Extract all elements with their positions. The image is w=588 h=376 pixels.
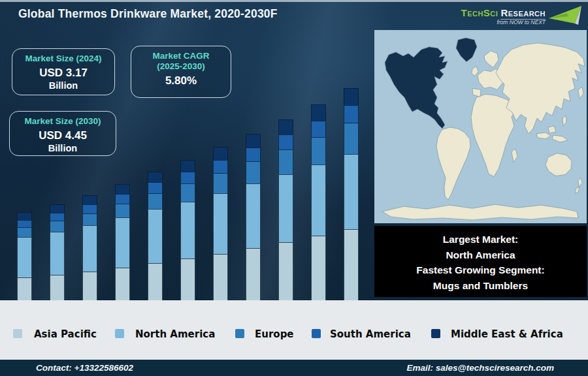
bar-2020 (17, 212, 32, 300)
bar-segment-middle-east-africa (148, 172, 163, 182)
bar-segment-south-america (148, 182, 163, 193)
bar-segment-south-america (180, 172, 195, 183)
bar-segment-middle-east-africa (344, 88, 359, 105)
bar-segment-europe (278, 149, 293, 174)
bar-segment-middle-east-africa (82, 195, 97, 204)
bar-segment-middle-east-africa (246, 134, 261, 148)
bar-segment-south-america (246, 148, 261, 161)
bar-segment-middle-east-africa (213, 147, 228, 160)
legend-label-middle-east-africa: Middle East & Africa (451, 328, 563, 340)
legend-swatch-middle-east-africa (431, 329, 440, 338)
bar-segment-north-america (344, 154, 359, 229)
legend-label-north-america: North America (135, 328, 215, 340)
bar-segment-europe (115, 204, 130, 218)
bar-2025e (180, 160, 195, 300)
bar-segment-south-america (278, 134, 293, 149)
bar-segment-north-america (246, 183, 261, 248)
legend-label-south-america: South America (330, 328, 411, 340)
callout-line-largest-market: Largest Market: (374, 232, 587, 247)
callout-line-fastest-segment-value: Mugs and Tumblers (374, 278, 587, 294)
legend-label-asia-pacific: Asia Pacific (34, 328, 97, 340)
bar-segment-europe (213, 173, 228, 193)
bar-segment-europe (50, 221, 65, 232)
bar-2029f (311, 104, 326, 300)
bar-segment-europe (246, 161, 261, 183)
bar-segment-asia-pacific (115, 268, 130, 300)
bar-segment-north-america (115, 217, 130, 268)
bar-segment-asia-pacific (213, 254, 228, 300)
bar-segment-asia-pacific (344, 229, 359, 300)
bar-2027f (246, 134, 261, 300)
footer-bar: Contact: +13322586602 Email: sales@techs… (0, 360, 588, 376)
bar-segment-south-america (213, 160, 228, 173)
bar-2022 (82, 195, 97, 300)
bar-segment-middle-east-africa (278, 119, 293, 134)
bar-segment-middle-east-africa (115, 184, 130, 194)
bar-segment-asia-pacific (311, 236, 326, 300)
bar-segment-asia-pacific (17, 277, 32, 300)
bar-segment-south-america (344, 105, 359, 123)
bar-segment-europe (148, 193, 163, 209)
bar-segment-asia-pacific (50, 275, 65, 300)
bar-segment-south-america (311, 121, 326, 137)
bar-segment-middle-east-africa (17, 212, 32, 220)
bar-segment-north-america (180, 202, 195, 258)
callout-line-largest-market-value: North America (374, 247, 587, 263)
bar-segment-north-america (148, 209, 163, 263)
legend-label-europe: Europe (255, 328, 294, 340)
bar-2026f (213, 147, 228, 300)
world-map (374, 30, 587, 223)
bar-segment-asia-pacific (246, 248, 261, 300)
bar-2021 (50, 204, 65, 300)
bar-segment-south-america (82, 204, 97, 213)
world-map-panel (374, 30, 587, 223)
bar-segment-middle-east-africa (180, 160, 195, 172)
bar-segment-asia-pacific (82, 272, 97, 300)
bar-segment-south-america (50, 213, 65, 221)
bar-segment-south-america (115, 194, 130, 204)
bar-segment-asia-pacific (278, 242, 293, 300)
legend-swatch-south-america (312, 329, 321, 338)
bar-segment-europe (17, 227, 32, 237)
bar-segment-south-america (17, 220, 32, 228)
bar-segment-europe (311, 137, 326, 164)
legend-swatch-asia-pacific (13, 329, 22, 338)
footer-email: Email: sales@techsciresearch.com (406, 363, 554, 373)
bar-2024 (148, 172, 163, 300)
bar-segment-north-america (50, 232, 65, 275)
legend-swatch-north-america (115, 329, 124, 338)
legend-swatch-europe (235, 329, 244, 338)
bar-segment-europe (344, 123, 359, 154)
bar-segment-north-america (278, 174, 293, 242)
bar-segment-europe (82, 213, 97, 226)
bar-segment-asia-pacific (180, 258, 195, 300)
bar-2023 (115, 184, 130, 300)
market-callout: Largest Market: North America Fastest Gr… (374, 226, 587, 297)
bar-segment-middle-east-africa (50, 204, 65, 213)
bar-2028f (278, 119, 293, 300)
callout-line-fastest-segment: Fastest Growing Segment: (374, 262, 587, 278)
bar-segment-north-america (311, 164, 326, 236)
bar-segment-asia-pacific (148, 263, 163, 300)
bar-segment-north-america (213, 193, 228, 254)
footer-contact: Contact: +13322586602 (36, 363, 133, 373)
bar-segment-north-america (82, 225, 97, 271)
bar-2030f (344, 88, 359, 300)
bar-segment-middle-east-africa (311, 104, 326, 121)
bar-segment-north-america (17, 237, 32, 277)
infographic-stage: Global Thermos Drinkware Market, 2020-20… (0, 0, 588, 376)
bar-segment-europe (180, 183, 195, 202)
